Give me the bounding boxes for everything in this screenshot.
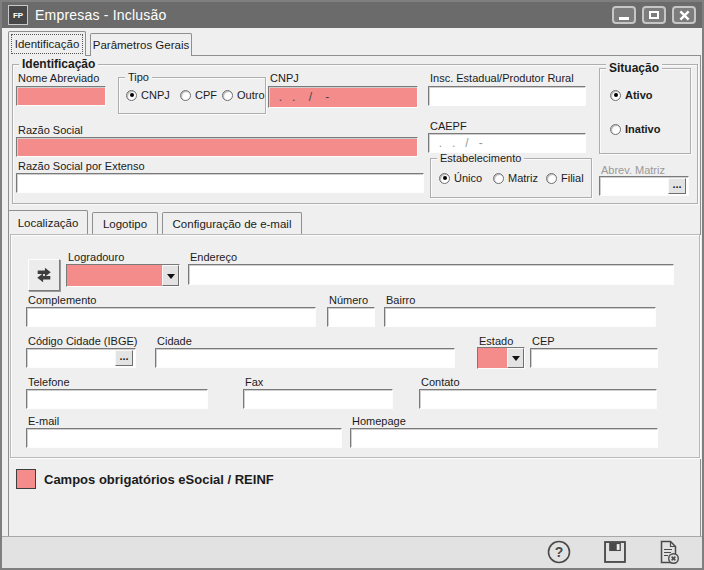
groupbox-identificacao-title: Identificação — [19, 57, 98, 71]
window-controls — [612, 6, 696, 24]
subtab-localizacao-label: Localização — [18, 217, 79, 229]
homepage-input[interactable] — [350, 428, 658, 448]
empresas-window: FP Empresas - Inclusão Identificação Par… — [0, 0, 704, 570]
save-floppy-icon — [602, 539, 628, 565]
cidade-label: Cidade — [157, 335, 192, 347]
fax-input[interactable] — [243, 389, 393, 409]
radio-matriz-label: Matriz — [508, 172, 538, 184]
radio-situacao-ativo[interactable]: Ativo — [610, 89, 653, 101]
radio-situacao-inativo[interactable]: Inativo — [610, 123, 660, 135]
subtab-logotipo-label: Logotipo — [103, 218, 147, 230]
tab-identificacao[interactable]: Identificação — [8, 31, 86, 56]
radio-estab-filial[interactable]: Filial — [546, 172, 584, 184]
maximize-button[interactable] — [642, 6, 666, 24]
radio-tipo-cpf[interactable]: CPF — [180, 89, 217, 101]
endereco-input[interactable] — [188, 264, 674, 285]
subtab-configuracao-email[interactable]: Configuração de e-mail — [162, 212, 302, 235]
radio-estab-unico[interactable]: Único — [439, 172, 482, 184]
required-field-legend-text: Campos obrigatórios eSocial / REINF — [44, 472, 274, 487]
radio-tipo-cnpj[interactable]: CNPJ — [126, 89, 170, 101]
minimize-button[interactable] — [612, 6, 636, 24]
estado-combobox[interactable] — [477, 347, 525, 369]
radio-icon — [439, 173, 450, 184]
close-icon — [679, 10, 690, 21]
cancel-document-icon — [655, 539, 681, 565]
swap-arrows-icon — [35, 266, 53, 284]
estabelecimento-group-title: Estabelecimento — [437, 151, 524, 165]
fax-label: Fax — [245, 376, 263, 388]
chevron-down-icon — [512, 356, 520, 365]
nome-abreviado-input[interactable] — [16, 86, 106, 106]
save-button[interactable] — [602, 539, 628, 565]
radio-tipo-outro-label: Outro — [237, 89, 265, 101]
logradouro-combobox[interactable] — [66, 264, 180, 287]
radio-group-estabelecimento: Estabelecimento Único Matriz Filial — [430, 158, 592, 198]
window-title: Empresas - Inclusão — [35, 7, 166, 23]
radio-filial-label: Filial — [561, 172, 584, 184]
contato-label: Contato — [421, 376, 460, 388]
contato-input[interactable] — [419, 389, 657, 409]
radio-icon — [493, 173, 504, 184]
telefone-input[interactable] — [26, 389, 208, 409]
radio-tipo-outro[interactable]: Outro — [222, 89, 265, 101]
estado-label: Estado — [479, 335, 513, 347]
swap-address-button[interactable] — [28, 259, 60, 291]
caepf-input[interactable] — [428, 133, 586, 153]
complemento-label: Complemento — [28, 294, 96, 306]
cidade-input[interactable] — [155, 348, 455, 368]
titlebar[interactable]: FP Empresas - Inclusão — [2, 2, 702, 28]
email-label: E-mail — [28, 415, 59, 427]
bairro-input[interactable] — [384, 307, 656, 327]
numero-input[interactable] — [327, 307, 375, 327]
app-fp-icon: FP — [8, 5, 28, 25]
homepage-label: Homepage — [352, 415, 406, 427]
radio-icon — [610, 124, 621, 135]
radio-icon — [546, 173, 557, 184]
radio-group-situacao: Situação Ativo Inativo — [599, 68, 691, 154]
radio-icon — [126, 90, 137, 101]
situacao-group-title: Situação — [606, 61, 662, 75]
tab-focus-outline — [11, 34, 83, 54]
cep-input[interactable] — [530, 348, 658, 368]
email-input[interactable] — [26, 428, 342, 448]
razao-social-input[interactable] — [16, 137, 418, 157]
cep-label: CEP — [532, 335, 555, 347]
radio-estab-matriz[interactable]: Matriz — [493, 172, 538, 184]
complemento-input[interactable] — [26, 307, 316, 327]
dropdown-button[interactable] — [162, 265, 179, 286]
tab-parametros-gerais[interactable]: Parâmetros Gerais — [90, 33, 192, 56]
tipo-group-title: Tipo — [125, 70, 152, 84]
cnpj-input[interactable] — [268, 86, 418, 108]
numero-label: Número — [329, 294, 368, 306]
help-button[interactable]: ? — [546, 539, 572, 565]
cancel-button[interactable] — [655, 539, 681, 565]
razao-social-label: Razão Social — [18, 124, 83, 136]
required-field-legend-swatch — [16, 469, 36, 489]
dropdown-button[interactable] — [507, 348, 524, 368]
subtab-configuracao-email-label: Configuração de e-mail — [173, 218, 292, 230]
abrev-matriz-ellipsis-button[interactable]: ... — [668, 178, 686, 194]
radio-icon — [610, 90, 621, 101]
insc-estadual-input[interactable] — [428, 86, 586, 106]
subtab-localizacao[interactable]: Localização — [8, 210, 88, 235]
radio-inativo-label: Inativo — [625, 123, 660, 135]
nome-abreviado-label: Nome Abreviado — [18, 72, 99, 84]
bairro-label: Bairro — [386, 294, 415, 306]
footer-toolbar: ? — [2, 536, 702, 568]
logradouro-label: Logradouro — [68, 251, 124, 263]
radio-tipo-cnpj-label: CNPJ — [141, 89, 170, 101]
subtab-logotipo[interactable]: Logotipo — [92, 212, 158, 235]
radio-icon — [222, 90, 233, 101]
razao-social-extenso-input[interactable] — [16, 173, 424, 193]
logradouro-value — [67, 265, 162, 286]
caepf-label: CAEPF — [430, 120, 467, 132]
endereco-label: Endereço — [190, 251, 237, 263]
radio-group-tipo: Tipo CNPJ CPF Outro — [118, 77, 266, 114]
insc-estadual-label: Insc. Estadual/Produtor Rural — [430, 72, 574, 84]
minimize-icon — [619, 17, 629, 20]
telefone-label: Telefone — [28, 376, 70, 388]
codigo-cidade-ellipsis-button[interactable]: ... — [115, 350, 133, 366]
razao-social-extenso-label: Razão Social por Extenso — [18, 160, 145, 172]
close-button[interactable] — [672, 6, 696, 24]
radio-unico-label: Único — [454, 172, 482, 184]
